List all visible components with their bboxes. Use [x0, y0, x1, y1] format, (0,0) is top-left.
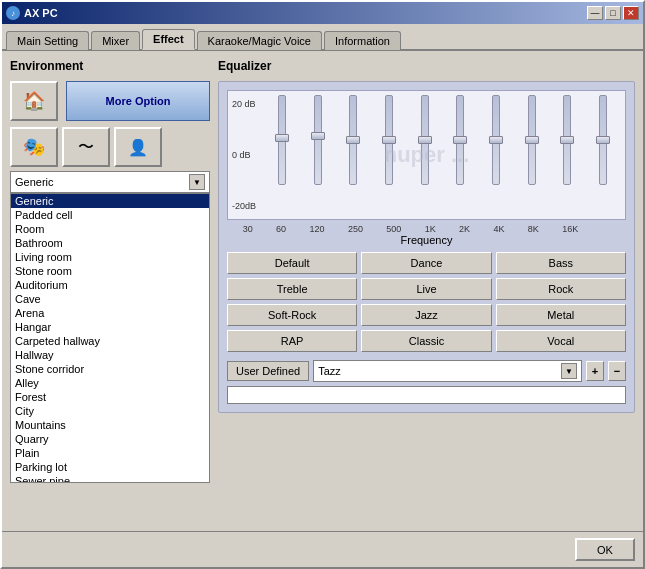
env-dropdown-header[interactable]: Generic ▼ — [11, 172, 209, 192]
more-option-button[interactable]: More Option — [66, 81, 210, 121]
preset-rock[interactable]: Rock — [496, 278, 626, 300]
eq-track-8khz[interactable] — [563, 95, 571, 185]
tab-bar: Main Setting Mixer Effect Karaoke/Magic … — [2, 24, 643, 51]
user-dropdown-arrow-icon[interactable]: ▼ — [561, 363, 577, 379]
eq-thumb-16khz[interactable] — [596, 136, 610, 144]
ok-button[interactable]: OK — [575, 538, 635, 561]
list-item[interactable]: Auditorium — [11, 278, 209, 292]
app-icon: ♪ — [6, 6, 20, 20]
list-item[interactable]: Cave — [11, 292, 209, 306]
eq-track-120hz[interactable] — [349, 95, 357, 185]
eq-slider-2khz — [492, 95, 500, 215]
list-item[interactable]: Stone corridor — [11, 362, 209, 376]
house-icon: 🏠 — [23, 90, 45, 112]
list-item[interactable]: Parking lot — [11, 460, 209, 474]
list-item[interactable]: Padded cell — [11, 208, 209, 222]
user-defined-label: User Defined — [227, 361, 309, 381]
list-item[interactable]: Plain — [11, 446, 209, 460]
eq-thumb-8khz[interactable] — [560, 136, 574, 144]
eq-track-60hz[interactable] — [314, 95, 322, 185]
preset-vocal[interactable]: Vocal — [496, 330, 626, 352]
eq-track-250hz[interactable] — [385, 95, 393, 185]
eq-track-30hz[interactable] — [278, 95, 286, 185]
title-buttons: — □ ✕ — [587, 6, 639, 20]
eq-thumb-250hz[interactable] — [382, 136, 396, 144]
main-content: Environment 🏠 More Option 🎭 〜 👤 — [2, 51, 643, 531]
maximize-button[interactable]: □ — [605, 6, 621, 20]
preset-rap[interactable]: RAP — [227, 330, 357, 352]
list-item[interactable]: Room — [11, 222, 209, 236]
eq-track-4khz[interactable] — [528, 95, 536, 185]
close-button[interactable]: ✕ — [623, 6, 639, 20]
eq-track-500hz[interactable] — [421, 95, 429, 185]
tab-main-setting[interactable]: Main Setting — [6, 31, 89, 50]
freq-30: 30 — [243, 224, 253, 234]
preset-treble[interactable]: Treble — [227, 278, 357, 300]
freq-250: 250 — [348, 224, 363, 234]
list-item[interactable]: Quarry — [11, 432, 209, 446]
eq-thumb-120hz[interactable] — [346, 136, 360, 144]
preset-metal[interactable]: Metal — [496, 304, 626, 326]
env-wave-button[interactable]: 〜 — [62, 127, 110, 167]
tab-mixer[interactable]: Mixer — [91, 31, 140, 50]
opera-icon: 🎭 — [23, 136, 45, 158]
eq-thumb-2khz[interactable] — [489, 136, 503, 144]
list-item[interactable]: Mountains — [11, 418, 209, 432]
preset-classic[interactable]: Classic — [361, 330, 491, 352]
eq-thumb-4khz[interactable] — [525, 136, 539, 144]
environment-panel: Environment 🏠 More Option 🎭 〜 👤 — [10, 59, 210, 523]
eq-track-16khz[interactable] — [599, 95, 607, 185]
eq-thumb-30hz[interactable] — [275, 134, 289, 142]
preset-jazz[interactable]: Jazz — [361, 304, 491, 326]
env-opera-button[interactable]: 🎭 — [10, 127, 58, 167]
preset-dance[interactable]: Dance — [361, 252, 491, 274]
freq-8k: 8K — [528, 224, 539, 234]
preset-default[interactable]: Default — [227, 252, 357, 274]
env-selected-value: Generic — [15, 176, 54, 188]
preset-bass[interactable]: Bass — [496, 252, 626, 274]
eq-slider-120hz — [349, 95, 357, 215]
frequency-label: Frequency — [227, 234, 626, 246]
remove-profile-button[interactable]: − — [608, 361, 626, 381]
tab-karaoke[interactable]: Karaoke/Magic Voice — [197, 31, 322, 50]
list-item[interactable]: Stone room — [11, 264, 209, 278]
db-label-neg20: -20dB — [232, 201, 256, 211]
person-icon: 👤 — [128, 138, 148, 157]
db-label-20: 20 dB — [232, 99, 256, 109]
list-item[interactable]: Carpeted hallway — [11, 334, 209, 348]
list-item[interactable]: Generic — [11, 194, 209, 208]
preset-softrock[interactable]: Soft-Rock — [227, 304, 357, 326]
eq-track-2khz[interactable] — [492, 95, 500, 185]
user-profile-dropdown[interactable]: Tazz ▼ — [313, 360, 582, 382]
env-person-button[interactable]: 👤 — [114, 127, 162, 167]
list-item[interactable]: City — [11, 404, 209, 418]
eq-slider-500hz — [421, 95, 429, 215]
list-item[interactable]: Living room — [11, 250, 209, 264]
preset-live[interactable]: Live — [361, 278, 491, 300]
profile-name-input[interactable] — [227, 386, 626, 404]
user-defined-row: User Defined Tazz ▼ + − — [227, 360, 626, 382]
list-item[interactable]: Bathroom — [11, 236, 209, 250]
bottom-bar: OK — [2, 531, 643, 567]
eq-slider-4khz — [528, 95, 536, 215]
minimize-button[interactable]: — — [587, 6, 603, 20]
add-profile-button[interactable]: + — [586, 361, 604, 381]
eq-thumb-1khz[interactable] — [453, 136, 467, 144]
freq-2k: 2K — [459, 224, 470, 234]
list-item[interactable]: Hallway — [11, 348, 209, 362]
environment-dropdown[interactable]: Generic ▼ — [10, 171, 210, 193]
env-house-button[interactable]: 🏠 — [10, 81, 58, 121]
eq-thumb-60hz[interactable] — [311, 132, 325, 140]
list-item[interactable]: Arena — [11, 306, 209, 320]
list-item[interactable]: Sewer pipe — [11, 474, 209, 483]
eq-freq-labels: 30 60 120 250 500 1K 2K 4K 8K 16K — [227, 224, 626, 234]
list-item[interactable]: Hangar — [11, 320, 209, 334]
list-item[interactable]: Forest — [11, 390, 209, 404]
dropdown-arrow-icon[interactable]: ▼ — [189, 174, 205, 190]
tab-information[interactable]: Information — [324, 31, 401, 50]
tab-effect[interactable]: Effect — [142, 29, 195, 50]
eq-track-1khz[interactable] — [456, 95, 464, 185]
environment-list[interactable]: Generic Padded cell Room Bathroom Living… — [10, 193, 210, 483]
eq-thumb-500hz[interactable] — [418, 136, 432, 144]
list-item[interactable]: Alley — [11, 376, 209, 390]
